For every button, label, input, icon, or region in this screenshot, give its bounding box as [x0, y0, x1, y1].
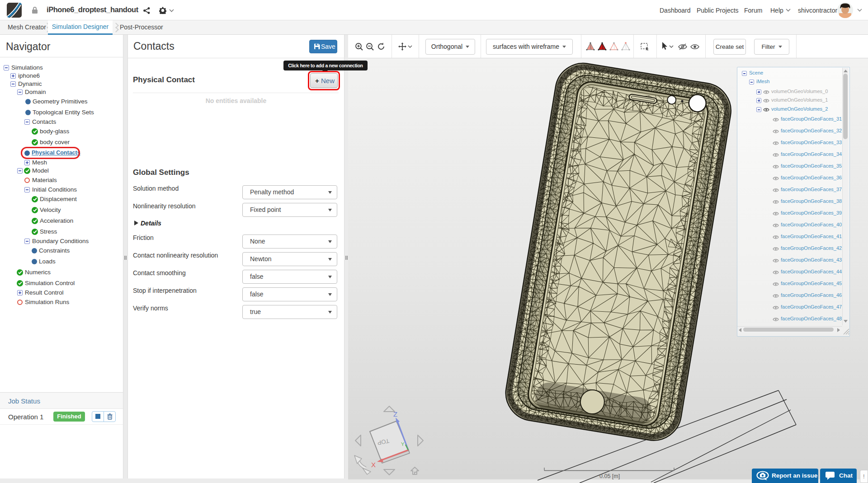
svg-text:X: X [371, 461, 376, 469]
svg-text:0.05 [m]: 0.05 [m] [599, 473, 620, 479]
svg-text:Y: Y [401, 441, 405, 447]
